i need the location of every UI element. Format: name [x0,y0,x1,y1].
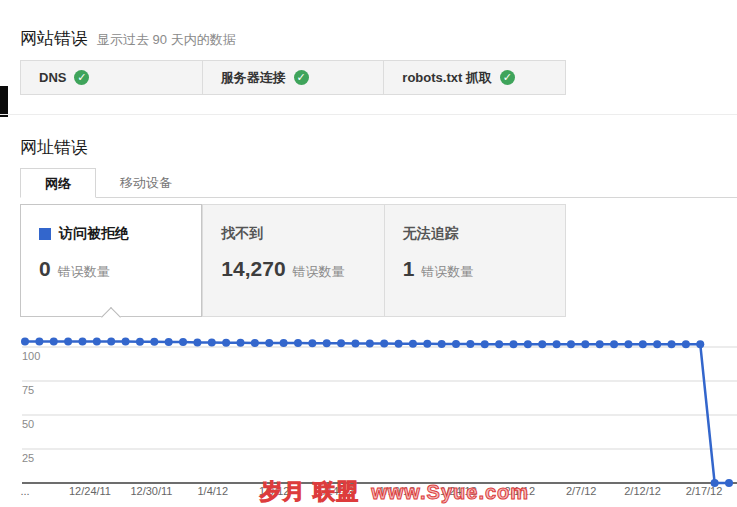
card-title: 访问被拒绝 [59,225,129,243]
watermark: 岁月 联盟www.Syue.com [260,477,529,507]
health-cell-server-connectivity[interactable]: 服务器连接 ✓ [202,61,384,94]
site-errors-subtitle: 显示过去 90 天内的数据 [97,31,236,49]
svg-text:2/7/12: 2/7/12 [566,485,597,497]
series-legend-swatch [39,228,51,240]
url-errors-title: 网址错误 [20,136,88,159]
watermark-url-text: www.Syue.com [371,481,529,503]
card-unit: 错误数量 [293,263,345,281]
health-cell-robots-txt[interactable]: robots.txt 抓取 ✓ [383,61,565,94]
svg-text:50: 50 [22,418,34,430]
section-divider [0,114,737,115]
check-circle-icon: ✓ [294,70,309,85]
site-health-strip: DNS ✓ 服务器连接 ✓ robots.txt 抓取 ✓ [20,60,566,95]
card-unit: 错误数量 [421,263,473,281]
check-circle-icon: ✓ [500,70,515,85]
check-circle-icon: ✓ [74,70,89,85]
health-label: robots.txt 抓取 [402,69,492,87]
card-title: 找不到 [221,225,263,243]
watermark-cn-text: 岁月 联盟 [260,479,359,504]
health-cell-dns[interactable]: DNS ✓ [21,61,202,94]
webmaster-tools-crawl-errors-page: 网站错误 显示过去 90 天内的数据 DNS ✓ 服务器连接 ✓ robots.… [0,0,737,507]
url-errors-tabs: 网络 移动设备 [20,168,737,198]
tab-web[interactable]: 网络 [20,168,96,198]
svg-text:2/17/12: 2/17/12 [686,485,723,497]
health-label: 服务器连接 [221,69,286,87]
card-count: 1 [403,257,415,281]
svg-text:75: 75 [22,384,34,396]
svg-text:25: 25 [22,452,34,464]
tab-mobile[interactable]: 移动设备 [96,168,196,198]
svg-text:2/12/12: 2/12/12 [624,485,661,497]
card-not-followed[interactable]: 无法追踪 1 错误数量 [384,205,565,316]
svg-text:12/24/11: 12/24/11 [69,485,111,497]
error-type-cards: 访问被拒绝 0 错误数量 找不到 14,270 错误数量 无法追踪 1 错误数 [20,204,566,317]
card-unit: 错误数量 [58,263,110,281]
selected-card-caret [101,307,121,327]
card-not-found[interactable]: 找不到 14,270 错误数量 [202,205,383,316]
left-edge-artifact [0,86,8,117]
card-count: 14,270 [221,257,285,281]
site-errors-header: 网站错误 显示过去 90 天内的数据 [20,27,236,50]
card-count: 0 [39,257,51,281]
card-title: 无法追踪 [403,225,459,243]
health-label: DNS [39,70,66,85]
svg-text:12/30/11: 12/30/11 [130,485,172,497]
site-errors-title: 网站错误 [20,27,88,50]
svg-text:100: 100 [22,350,40,362]
url-errors-header: 网址错误 [20,136,88,159]
svg-text:1/4/12: 1/4/12 [198,485,229,497]
svg-text:...: ... [20,485,29,497]
card-access-denied[interactable]: 访问被拒绝 0 错误数量 [20,204,202,317]
